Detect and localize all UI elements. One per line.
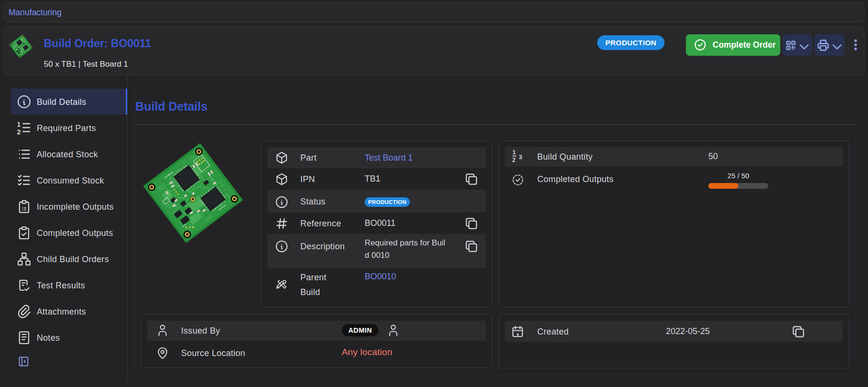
svg-text:3: 3 [519, 153, 522, 161]
svg-text:1: 1 [512, 149, 516, 156]
svg-text:2: 2 [512, 157, 515, 163]
svg-text:2: 2 [17, 128, 20, 136]
svg-text:1: 1 [17, 121, 20, 128]
